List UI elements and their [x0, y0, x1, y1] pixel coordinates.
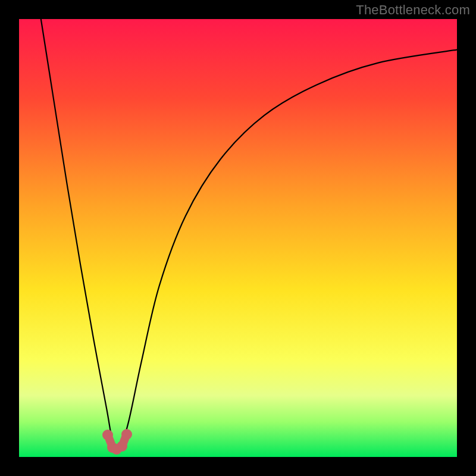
- chart-frame: TheBottleneck.com: [0, 0, 476, 476]
- valley-marker-dot: [102, 430, 113, 440]
- plot-area: [19, 19, 457, 457]
- watermark-text: TheBottleneck.com: [356, 2, 470, 18]
- bottleneck-curve: [19, 19, 457, 457]
- valley-marker-dot: [121, 429, 132, 440]
